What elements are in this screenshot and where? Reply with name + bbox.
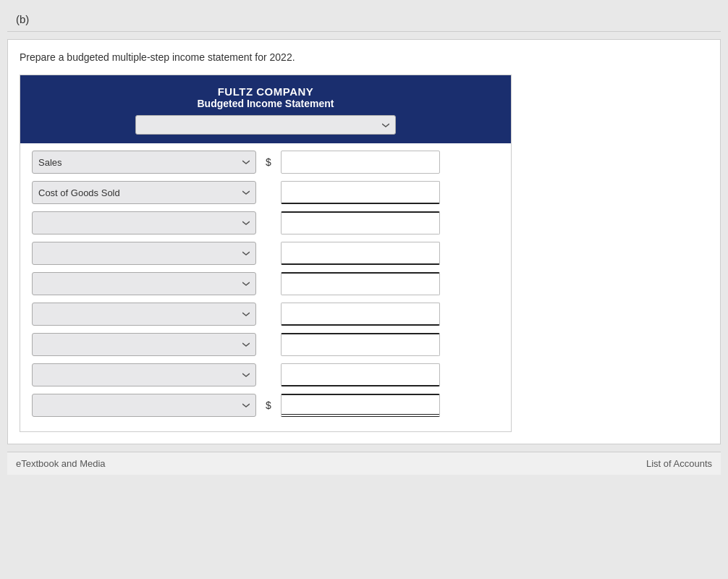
table-header: FULTZ COMPANY Budgeted Income Statement … — [20, 75, 511, 143]
table-row: Sales $ — [32, 151, 499, 174]
instruction-text: Prepare a budgeted multiple-step income … — [20, 51, 708, 63]
outer-container: (b) Prepare a budgeted multiple-step inc… — [0, 0, 728, 579]
table-row — [32, 242, 499, 265]
dollar-sign-placeholder-row4 — [263, 248, 274, 259]
value-input-row8[interactable] — [281, 363, 440, 386]
table-row — [32, 272, 499, 295]
footer-left: eTextbook and Media — [16, 458, 106, 469]
footer-bar: eTextbook and Media List of Accounts — [7, 452, 721, 475]
table-row: Cost of Goods Sold — [32, 181, 499, 204]
value-input-row5[interactable] — [281, 272, 440, 295]
value-input-row6[interactable] — [281, 303, 440, 326]
label-select-row2[interactable]: Cost of Goods Sold — [32, 181, 256, 204]
label-select-row9[interactable] — [32, 394, 256, 417]
dollar-sign-placeholder-row6 — [263, 308, 274, 320]
dollar-sign-row9: $ — [263, 400, 274, 411]
section-label: (b) — [7, 7, 721, 32]
footer-right: List of Accounts — [646, 458, 712, 469]
dollar-sign-row1: $ — [263, 156, 274, 168]
label-select-row3[interactable] — [32, 211, 256, 234]
main-card: Prepare a budgeted multiple-step income … — [7, 39, 721, 444]
header-select-wrapper: For the Year Ended December 31, 2022 — [27, 115, 504, 135]
value-input-row9[interactable] — [281, 394, 440, 417]
label-select-row7[interactable] — [32, 333, 256, 356]
dollar-sign-placeholder-row8 — [263, 369, 274, 381]
dollar-sign-placeholder-row2 — [263, 187, 274, 198]
year-select[interactable]: For the Year Ended December 31, 2022 — [135, 115, 396, 135]
company-name: FULTZ COMPANY — [27, 85, 504, 98]
label-select-row8[interactable] — [32, 363, 256, 386]
value-input-row2[interactable] — [281, 181, 440, 204]
statement-title: Budgeted Income Statement — [27, 98, 504, 109]
table-row: $ — [32, 394, 499, 417]
dollar-sign-placeholder-row5 — [263, 278, 274, 290]
table-row — [32, 303, 499, 326]
dollar-sign-placeholder-row3 — [263, 217, 274, 229]
dollar-sign-placeholder-row7 — [263, 339, 274, 350]
table-body: Sales $ Cost of Goods Sold — [20, 143, 511, 431]
value-input-row3[interactable] — [281, 211, 440, 234]
income-statement-table: FULTZ COMPANY Budgeted Income Statement … — [20, 75, 512, 432]
value-input-row7[interactable] — [281, 333, 440, 356]
label-select-row1[interactable]: Sales — [32, 151, 256, 174]
label-select-row5[interactable] — [32, 272, 256, 295]
table-row — [32, 333, 499, 356]
value-input-row4[interactable] — [281, 242, 440, 265]
label-select-row4[interactable] — [32, 242, 256, 265]
table-row — [32, 211, 499, 234]
label-select-row6[interactable] — [32, 303, 256, 326]
table-row — [32, 363, 499, 386]
value-input-row1[interactable] — [281, 151, 440, 174]
